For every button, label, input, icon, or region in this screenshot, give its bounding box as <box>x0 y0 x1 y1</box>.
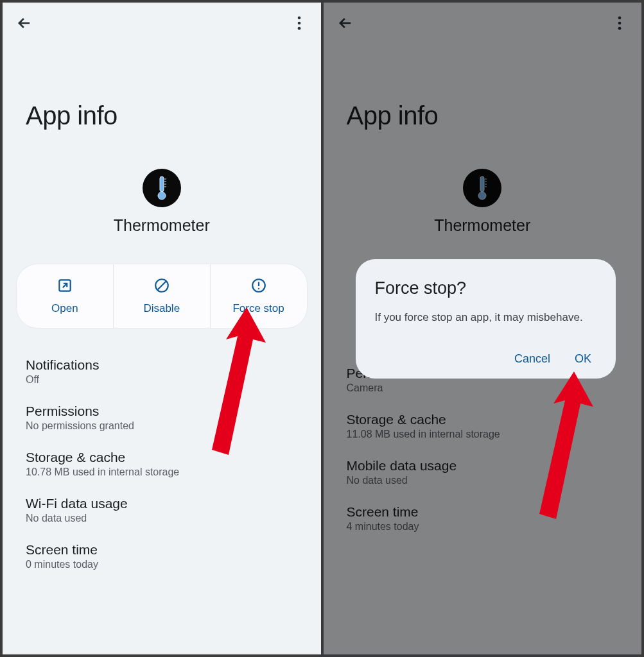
setting-permissions[interactable]: Permissions No permissions granted <box>3 395 321 441</box>
setting-sub: 10.78 MB used in internal storage <box>26 466 298 478</box>
setting-storage[interactable]: Storage & cache 10.78 MB used in interna… <box>3 441 321 487</box>
setting-title: Wi-Fi data usage <box>26 496 298 511</box>
force-stop-label: Force stop <box>232 302 284 315</box>
app-header: Thermometer <box>3 169 321 253</box>
svg-line-11 <box>157 282 166 290</box>
setting-title: Storage & cache <box>26 450 298 465</box>
disable-label: Disable <box>143 302 180 315</box>
svg-rect-3 <box>160 176 164 192</box>
setting-screen-time[interactable]: Screen time 0 minutes today <box>3 533 321 579</box>
dialog-title: Force stop? <box>375 278 597 298</box>
cancel-button[interactable]: Cancel <box>514 352 550 366</box>
dialog-body: If you force stop an app, it may misbeha… <box>375 310 597 325</box>
ok-button[interactable]: OK <box>575 352 591 366</box>
app-name-label: Thermometer <box>3 216 321 235</box>
open-label: Open <box>51 302 78 315</box>
disable-button[interactable]: Disable <box>114 264 211 328</box>
svg-point-2 <box>297 27 300 30</box>
setting-title: Permissions <box>26 404 298 419</box>
setting-notifications[interactable]: Notifications Off <box>3 348 321 395</box>
dialog-actions: Cancel OK <box>375 352 597 366</box>
svg-point-0 <box>297 17 300 20</box>
setting-sub: No data used <box>26 513 298 524</box>
setting-title: Notifications <box>26 357 298 373</box>
force-stop-dialog: Force stop? If you force stop an app, it… <box>356 259 616 379</box>
settings-list: Notifications Off Permissions No permiss… <box>3 345 321 583</box>
setting-sub: No permissions granted <box>26 420 298 432</box>
svg-point-1 <box>297 22 300 25</box>
force-stop-button[interactable]: Force stop <box>211 264 307 328</box>
back-arrow-icon[interactable] <box>15 14 33 32</box>
disable-icon <box>153 277 170 297</box>
page-title: App info <box>3 37 321 169</box>
svg-point-4 <box>158 192 166 200</box>
force-stop-icon <box>250 277 267 297</box>
setting-sub: Off <box>26 374 298 386</box>
action-row: Open Disable Force stop <box>17 264 307 328</box>
topbar <box>3 3 321 37</box>
app-icon <box>143 169 181 207</box>
setting-title: Screen time <box>26 542 298 558</box>
setting-wifi-data[interactable]: Wi-Fi data usage No data used <box>3 487 321 533</box>
screen-app-info-dialog: App info Thermometer Permissions Camera … <box>324 3 642 654</box>
svg-point-14 <box>257 288 259 289</box>
screen-app-info: App info Thermometer Open Disable Force … <box>3 3 321 654</box>
setting-sub: 0 minutes today <box>26 559 298 570</box>
open-icon <box>57 277 73 297</box>
more-vert-icon[interactable] <box>290 14 308 32</box>
open-button[interactable]: Open <box>17 264 114 328</box>
